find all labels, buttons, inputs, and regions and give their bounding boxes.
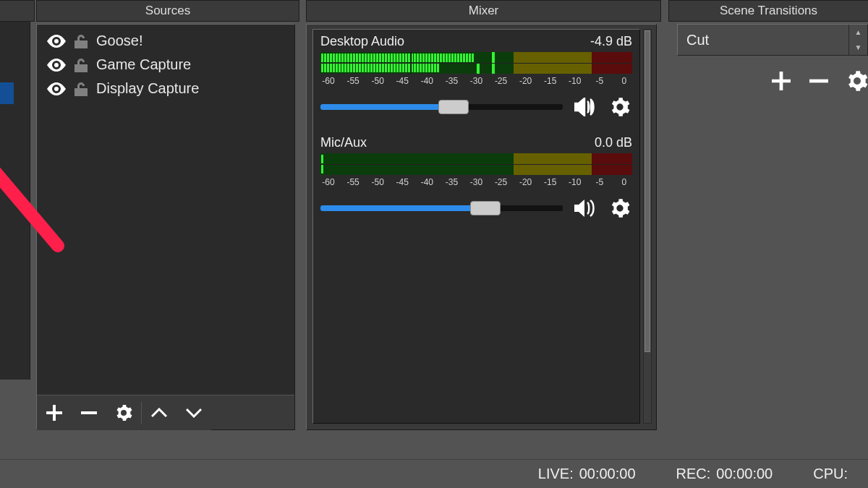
cpu-status: CPU: — [813, 466, 848, 482]
sources-header: Sources — [36, 0, 299, 22]
mixer-channel-mic-aux: Mic/Aux 0.0 dB -60-55-50-45-40-35-30-25-… — [320, 135, 632, 221]
move-source-up-button[interactable] — [142, 395, 176, 430]
mixer-channels: Desktop Audio -4.9 dB -60-55-50-45-40-35… — [312, 29, 640, 424]
mixer-panel: Mixer Desktop Audio -4.9 dB — [306, 0, 661, 22]
source-row[interactable]: Display Capture — [37, 77, 294, 100]
move-source-down-button[interactable] — [176, 395, 211, 430]
mute-button[interactable] — [573, 95, 597, 119]
rec-status: REC: 00:00:00 — [676, 466, 773, 482]
channel-settings-button[interactable] — [608, 196, 632, 221]
lock-open-icon[interactable] — [73, 57, 89, 73]
mute-button[interactable] — [573, 196, 597, 221]
source-properties-button[interactable] — [106, 395, 141, 430]
svg-point-0 — [54, 39, 59, 43]
remove-transition-button[interactable] — [809, 69, 829, 93]
vu-meter — [320, 153, 632, 175]
mixer-channel-desktop-audio: Desktop Audio -4.9 dB -60-55-50-45-40-35… — [320, 34, 632, 119]
channel-name: Mic/Aux — [320, 135, 595, 150]
sources-toolbar — [37, 395, 294, 429]
visibility-toggle-icon[interactable] — [47, 82, 66, 95]
channel-name: Desktop Audio — [320, 34, 590, 49]
live-time: 00:00:00 — [579, 466, 636, 482]
scene-transitions-panel: Scene Transitions Cut ▲ ▼ — [668, 0, 868, 22]
transitions-body: Cut ▲ ▼ — [677, 24, 868, 93]
sources-body: Goose! Game Capture — [36, 24, 295, 430]
mixer-scrollbar[interactable] — [643, 29, 652, 424]
scenes-panel — [0, 0, 35, 22]
svg-point-2 — [54, 87, 59, 91]
mixer-body: Desktop Audio -4.9 dB -60-55-50-45-40-35… — [306, 24, 657, 430]
scenes-header — [0, 0, 35, 22]
lock-open-icon[interactable] — [73, 81, 89, 97]
svg-rect-3 — [81, 411, 97, 414]
svg-point-1 — [54, 63, 59, 67]
visibility-toggle-icon[interactable] — [47, 35, 66, 48]
add-transition-button[interactable] — [771, 69, 791, 93]
status-bar: LIVE: 00:00:00 REC: 00:00:00 CPU: — [0, 459, 868, 488]
add-source-button[interactable] — [37, 395, 72, 430]
meter-scale: -60-55-50-45-40-35-30-25-20-15-10-50 — [320, 177, 632, 187]
source-name: Game Capture — [96, 56, 191, 73]
svg-rect-4 — [809, 80, 828, 83]
transitions-header: Scene Transitions — [668, 0, 868, 22]
sources-list[interactable]: Goose! Game Capture — [37, 25, 294, 395]
visibility-toggle-icon[interactable] — [47, 59, 66, 72]
scene-selected-indicator — [0, 82, 14, 104]
source-row[interactable]: Game Capture — [37, 53, 294, 77]
source-name: Display Capture — [96, 80, 199, 97]
lock-open-icon[interactable] — [73, 33, 89, 49]
volume-slider[interactable] — [320, 104, 563, 110]
channel-settings-button[interactable] — [608, 95, 632, 119]
scenes-list[interactable] — [0, 22, 30, 380]
mixer-header: Mixer — [306, 0, 661, 22]
transition-select[interactable]: Cut ▲ ▼ — [677, 24, 868, 56]
remove-source-button[interactable] — [72, 395, 106, 430]
live-status: LIVE: 00:00:00 — [538, 466, 636, 482]
channel-level: 0.0 dB — [595, 135, 632, 150]
volume-slider[interactable] — [320, 205, 563, 211]
sources-panel: Sources Goose! — [36, 0, 299, 22]
transition-selected-value: Cut — [686, 32, 709, 48]
source-name: Goose! — [96, 33, 142, 49]
select-spinner[interactable]: ▲ ▼ — [848, 25, 867, 55]
meter-scale: -60-55-50-45-40-35-30-25-20-15-10-50 — [320, 76, 632, 86]
scrollbar-thumb[interactable] — [644, 30, 650, 352]
chevron-up-icon[interactable]: ▲ — [849, 25, 867, 40]
rec-time: 00:00:00 — [716, 466, 773, 482]
vu-meter — [320, 52, 632, 74]
transition-settings-button[interactable] — [846, 69, 868, 93]
source-row[interactable]: Goose! — [37, 29, 294, 53]
chevron-down-icon[interactable]: ▼ — [849, 40, 867, 55]
channel-level: -4.9 dB — [590, 34, 632, 49]
